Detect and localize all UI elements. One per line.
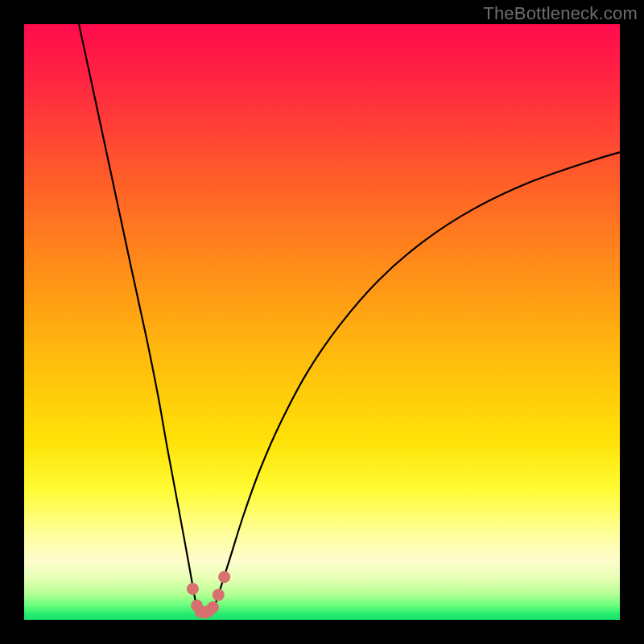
chart-stage: TheBottleneck.com (0, 0, 644, 644)
plot-area (24, 24, 620, 620)
curve-marker (187, 583, 199, 595)
curve-markers (187, 571, 230, 618)
chart-overlay (24, 24, 620, 620)
curve-marker (213, 588, 225, 601)
watermark-text: TheBottleneck.com (483, 3, 638, 24)
bottleneck-curve (79, 24, 620, 614)
curve-marker (218, 571, 230, 583)
curve-marker (207, 601, 219, 613)
